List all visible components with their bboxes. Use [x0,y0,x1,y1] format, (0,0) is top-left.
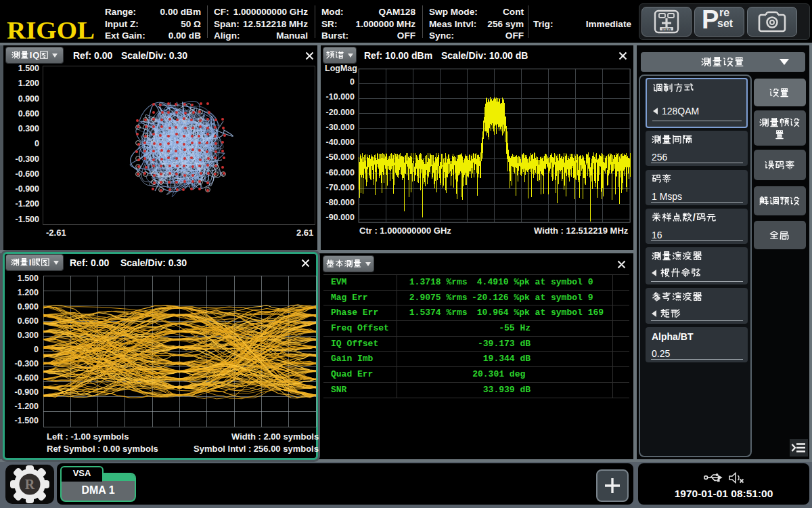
svg-text:VIEW: VIEW [662,27,672,31]
svg-text:R: R [25,477,35,492]
svg-text:/: / [693,213,696,222]
